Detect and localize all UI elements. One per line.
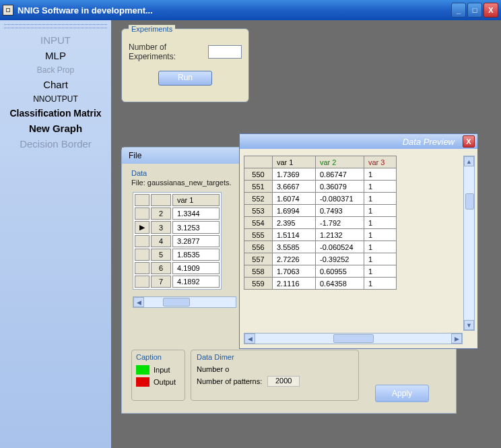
file-tab[interactable]: File <box>129 151 141 160</box>
preview-title: Data Preview <box>242 137 463 147</box>
patterns-value: 2000 <box>267 376 300 387</box>
table-row[interactable]: 5572.7226-0.392521 <box>244 253 397 265</box>
experiments-count-input[interactable] <box>208 45 242 59</box>
preview-hscroll[interactable]: ◀ ▶ <box>244 333 463 344</box>
preview-header-var3: var 3 <box>364 156 397 168</box>
app-icon <box>3 5 13 15</box>
vscroll-thumb[interactable] <box>465 193 474 210</box>
client-area: INPUT MLP Back Prop Chart NNOUTPUT Class… <box>0 20 501 448</box>
dimensions-group: Data Dimer Number o Number of patterns: … <box>191 350 359 401</box>
minimize-button[interactable]: _ <box>451 3 466 18</box>
table-row[interactable]: 5592.11160.643581 <box>244 278 397 290</box>
table-row[interactable]: 5531.69940.74931 <box>244 205 397 217</box>
window-titlebar: NNIG Software in development... _ □ X <box>0 0 501 20</box>
preview-close-button[interactable]: X <box>463 135 475 148</box>
file-name: gaussianas_new_targets. <box>147 179 232 187</box>
small-data-table[interactable]: var 1 21.3344▶33.125343.287751.853564.19… <box>133 192 222 290</box>
table-row[interactable]: 5521.6074-0.0803711 <box>244 193 397 205</box>
scroll-thumb[interactable] <box>163 298 190 307</box>
preview-header-var2: var 2 <box>316 156 364 168</box>
experiments-count-label: Number of Experiments: <box>129 42 204 61</box>
scroll-up-icon[interactable]: ▲ <box>464 156 474 166</box>
table-row[interactable]: 5581.70630.609551 <box>244 265 397 278</box>
table-row[interactable]: 5551.51141.21321 <box>244 229 397 241</box>
caption-input-label: Input <box>154 366 170 374</box>
caption-group-label: Caption <box>136 353 180 361</box>
hscroll-thumb[interactable] <box>333 334 374 343</box>
preview-table-body: 5501.73690.8674715513.66670.3607915521.6… <box>244 168 397 290</box>
scroll-left-icon[interactable]: ◀ <box>133 297 144 307</box>
small-table-body: 21.3344▶33.125343.287751.853564.190974.1… <box>135 207 220 288</box>
maximize-button[interactable]: □ <box>467 3 482 18</box>
table-row[interactable]: 64.1909 <box>135 262 220 274</box>
table-row[interactable]: 5501.73690.867471 <box>244 168 397 181</box>
table-row[interactable]: 51.8535 <box>135 249 220 261</box>
sidebar-item-newgraph[interactable]: New Graph <box>0 121 111 136</box>
sidebar-item-nnoutput[interactable]: NNOUTPUT <box>0 92 111 106</box>
data-preview-window: Data Preview X var 1 var 2 var 3 5501.73… <box>239 133 478 349</box>
scroll-right-icon[interactable]: ▶ <box>451 333 462 344</box>
close-button[interactable]: X <box>483 3 498 18</box>
output-swatch <box>136 377 149 387</box>
table-row[interactable]: 21.3344 <box>135 207 220 220</box>
table-row[interactable]: 74.1892 <box>135 276 220 288</box>
experiments-group-label: Experiments <box>129 25 175 33</box>
scroll-down-icon[interactable]: ▼ <box>464 320 474 330</box>
small-table-header-var1: var 1 <box>172 194 220 206</box>
caption-group: Caption Input Output <box>131 350 185 401</box>
sidebar-item-mlp[interactable]: MLP <box>0 48 111 63</box>
sidebar-item-chart[interactable]: Chart <box>0 77 111 92</box>
scroll-left-icon[interactable]: ◀ <box>244 333 255 344</box>
sidebar-item-classmatrix[interactable]: Classification Matrix <box>0 106 111 121</box>
preview-grid[interactable]: var 1 var 2 var 3 5501.73690.8674715513.… <box>244 156 462 348</box>
sidebar: INPUT MLP Back Prop Chart NNOUTPUT Class… <box>0 20 111 448</box>
sidebar-item-input[interactable]: INPUT <box>0 32 111 48</box>
table-row[interactable]: 5542.395-1.7921 <box>244 217 397 229</box>
run-button[interactable]: Run <box>158 71 212 86</box>
table-row[interactable]: 5563.5585-0.0605241 <box>244 241 397 253</box>
experiments-group: Experiments Number of Experiments: Run <box>121 28 249 102</box>
number-o-label: Number o <box>197 365 229 373</box>
caption-output-label: Output <box>154 378 176 386</box>
small-table-hscroll[interactable]: ◀ <box>133 296 236 308</box>
dimensions-group-label: Data Dimer <box>197 353 353 361</box>
table-row[interactable]: ▶33.1253 <box>135 221 220 234</box>
table-row[interactable]: 43.2877 <box>135 235 220 247</box>
patterns-label: Number of patterns: <box>197 377 262 385</box>
input-swatch <box>136 365 149 375</box>
sidebar-item-backprop[interactable]: Back Prop <box>0 63 111 77</box>
preview-header-var1: var 1 <box>273 156 316 168</box>
preview-vscroll[interactable]: ▲ ▼ <box>463 156 475 331</box>
table-row[interactable]: 5513.66670.360791 <box>244 181 397 193</box>
file-label: File: <box>131 179 145 187</box>
sidebar-item-decision[interactable]: Decision Border <box>0 136 111 152</box>
window-title: NNIG Software in development... <box>18 5 153 15</box>
apply-button[interactable]: Apply <box>375 385 429 402</box>
